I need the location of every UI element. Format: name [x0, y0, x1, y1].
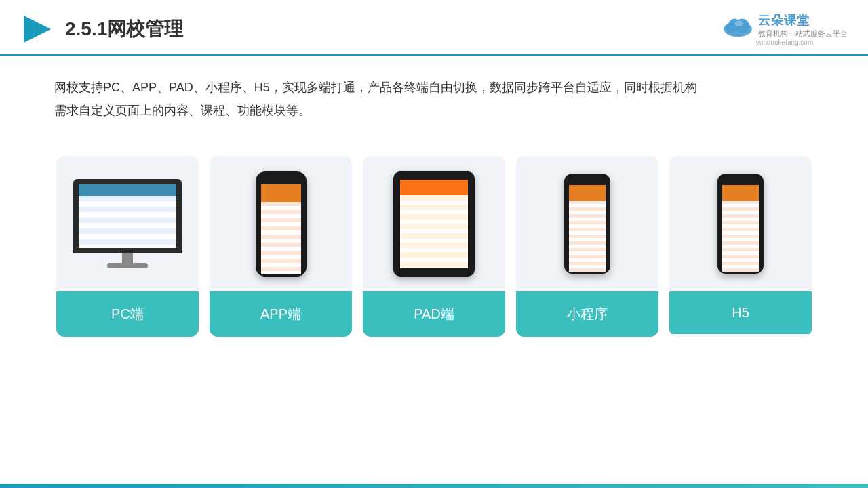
miniprogram-phone-frame: [564, 174, 610, 274]
svg-marker-0: [24, 16, 51, 43]
card-pc-image: [56, 156, 199, 291]
monitor-neck: [122, 253, 133, 263]
svg-point-5: [734, 20, 743, 26]
card-pad-image: [363, 156, 505, 291]
card-pad-label: PAD端: [363, 291, 505, 337]
logo-text-wrapper: 云朵课堂 教育机构一站式服务云平台: [758, 12, 848, 39]
page-title: 2.5.1网校管理: [65, 16, 183, 42]
card-pc-label: PC端: [56, 291, 199, 337]
phone-sm-notch: [580, 180, 594, 183]
desc-line2: 需求自定义页面上的内容、课程、功能模块等。: [54, 104, 311, 117]
card-h5-image: [669, 156, 812, 291]
h5-phone-screen: [722, 185, 759, 272]
monitor-frame: [73, 179, 182, 253]
h5-phone-notch: [734, 180, 747, 183]
desc-line1: 网校支持PC、APP、PAD、小程序、H5，实现多端打通，产品各终端自由切换，数…: [54, 81, 697, 94]
app-phone-frame: [256, 171, 307, 277]
card-miniprogram-label: 小程序: [516, 291, 658, 337]
card-pc[interactable]: PC端: [56, 156, 199, 337]
tablet-screen: [400, 180, 468, 268]
card-app-image: [210, 156, 352, 291]
tablet-frame: [393, 171, 475, 277]
h5-phone-frame: [717, 174, 764, 274]
logo-main-text: 云朵课堂: [758, 12, 848, 28]
cards-container: PC端 APP端 PAD端 小程序: [0, 142, 868, 350]
monitor-base: [107, 263, 148, 268]
phone-sm-screen: [569, 185, 606, 272]
card-app[interactable]: APP端: [210, 156, 352, 337]
logo-area: 云朵课堂 教育机构一站式服务云平台 yunduoketang.com: [722, 12, 848, 46]
card-h5[interactable]: H5: [669, 156, 812, 337]
monitor-screen: [79, 184, 176, 248]
card-miniprogram-image: [516, 156, 658, 291]
card-h5-label: H5: [669, 291, 812, 334]
logo-subtitle: 教育机构一站式服务云平台: [758, 28, 848, 39]
logo-cloud: 云朵课堂 教育机构一站式服务云平台: [722, 12, 848, 39]
description-text: 网校支持PC、APP、PAD、小程序、H5，实现多端打通，产品各终端自由切换，数…: [0, 56, 868, 136]
header: 2.5.1网校管理 云朵课堂 教育机构一站式服务云平台 yunduoketang…: [0, 0, 868, 56]
phone-screen: [261, 184, 301, 274]
phone-notch: [273, 179, 289, 182]
pc-monitor: [70, 179, 185, 268]
play-icon: [20, 12, 54, 46]
bottom-bar: [0, 484, 868, 488]
logo-url: yunduoketang.com: [756, 39, 814, 46]
cloud-icon: [722, 14, 754, 38]
card-pad[interactable]: PAD端: [363, 156, 505, 337]
card-miniprogram[interactable]: 小程序: [516, 156, 658, 337]
header-left: 2.5.1网校管理: [20, 12, 183, 46]
card-app-label: APP端: [210, 291, 352, 337]
